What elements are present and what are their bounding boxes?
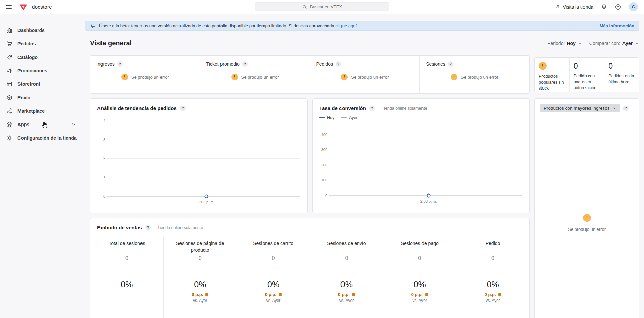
- banner-link[interactable]: clique aquí.: [335, 23, 358, 28]
- account-name: docstore: [32, 4, 52, 10]
- data-point[interactable]: [427, 194, 431, 198]
- box-icon: [6, 94, 13, 101]
- warning-icon: !: [341, 74, 348, 80]
- trend-dot-icon: [498, 293, 501, 296]
- kpi-title: Ticket promedio: [206, 61, 240, 67]
- megaphone-icon: [6, 67, 13, 74]
- sidebar: Dashboards Pedidos Catálogo Promociones …: [0, 14, 83, 318]
- orders-trend-chart-card: Análisis de tendencia de pedidos ? 4 3 2…: [90, 98, 308, 213]
- compare-select[interactable]: Comparar con: Ayer: [589, 41, 639, 46]
- sidebar-item-pedidos[interactable]: Pedidos: [0, 37, 83, 50]
- sidebar-item-catalogo[interactable]: Catálogo: [0, 50, 83, 64]
- cart-icon: [6, 40, 13, 47]
- search-placeholder: Buscar en VTEX: [310, 4, 342, 9]
- bar-chart-icon: [6, 27, 13, 34]
- stat-value: 0: [608, 62, 635, 70]
- legend-hoy: Hoy: [319, 115, 334, 120]
- help-icon[interactable]: ?: [448, 61, 453, 67]
- help-icon[interactable]: ?: [369, 106, 375, 111]
- kpi-ingresos: Ingresos ? !Se produjo un error: [90, 56, 200, 93]
- warning-icon: !: [121, 74, 128, 80]
- funnel-col-pago: Sesiones de pago 0 0% 0 p.p. vs. Ayer: [383, 237, 456, 318]
- search-input[interactable]: Buscar en VTEX: [255, 2, 389, 11]
- layout-icon: [6, 81, 13, 87]
- error-text: Se produjo un error: [131, 75, 169, 80]
- top-products-select[interactable]: Productos con mayores ingresos: [540, 104, 620, 112]
- help-icon[interactable]: ?: [623, 106, 629, 111]
- menu-icon[interactable]: [6, 5, 12, 9]
- error-text: Se produjo un error: [568, 227, 606, 232]
- trend-dot-icon: [425, 293, 428, 296]
- funnel-col-pagina-producto: Sesiones de página de producto 0 0% 0 p.…: [164, 237, 237, 318]
- warning-icon: !: [231, 74, 238, 80]
- help-icon[interactable]: ?: [615, 4, 621, 10]
- chart-title: Tasa de conversión: [319, 105, 366, 111]
- help-icon[interactable]: ?: [180, 106, 186, 111]
- error-text: Se produjo un error: [461, 75, 498, 80]
- sidebar-item-envio[interactable]: Envío: [0, 91, 83, 104]
- share-nodes-icon: [6, 108, 13, 114]
- search-icon: [302, 4, 307, 10]
- kpi-title: Pedidos: [316, 61, 333, 67]
- stat-productos-sin-stock: ! Productos populares sin stock: [535, 58, 570, 92]
- sidebar-item-storefront[interactable]: Storefront: [0, 77, 83, 91]
- gear-icon: [6, 135, 13, 141]
- warning-icon: !: [539, 62, 547, 70]
- data-point[interactable]: [205, 195, 208, 198]
- stat-pedidos-ultima-hora: 0 Pedidos en la última hora: [604, 58, 639, 92]
- conversion-rate-plot: 400 300 200 100 0 2:03 p. m.: [319, 135, 522, 195]
- orders-trend-plot: 4 3 2 1 0 2:03 p. m.: [97, 121, 300, 196]
- trend-dot-icon: [279, 293, 282, 296]
- visit-store-button[interactable]: Visita la tienda: [555, 4, 593, 10]
- avatar[interactable]: G: [629, 2, 638, 11]
- warning-icon: !: [583, 214, 591, 222]
- funnel-col-total-sesiones: Total de sesiones 0 0%: [90, 237, 164, 318]
- panel-error: ! Se produjo un error: [540, 214, 634, 232]
- error-text: Se produjo un error: [351, 75, 389, 80]
- kpi-sesiones: Sesiones ? !Se produjo un error: [420, 56, 529, 93]
- bell-icon: [90, 23, 96, 29]
- sidebar-item-dashboards[interactable]: Dashboards: [0, 24, 83, 37]
- stat-label: Pedidos en la última hora: [608, 73, 635, 85]
- funnel-col-pedido: Pedido 0 0% 0 p.p. vs. Ayer: [456, 237, 529, 318]
- help-icon[interactable]: ?: [145, 225, 151, 231]
- kpi-title: Ingresos: [96, 61, 115, 67]
- layers-icon: [6, 121, 13, 128]
- arrow-up-right-icon: [555, 4, 560, 9]
- x-axis-label: 2:03 p. m.: [420, 199, 437, 203]
- tag-icon: [6, 54, 13, 61]
- help-icon[interactable]: ?: [117, 61, 123, 67]
- stat-value: 0: [574, 62, 600, 70]
- topbar: docstore Buscar en VTEX Visita la tienda…: [0, 0, 644, 14]
- funnel-title: Embudo de ventas: [97, 225, 142, 231]
- quick-stats-card: ! Productos populares sin stock 0 Pedido…: [534, 57, 639, 92]
- help-icon[interactable]: ?: [336, 61, 341, 67]
- funnel-subtitle: Tienda online solamente: [157, 225, 203, 230]
- main-content: Únete a la beta: tenemos una versión act…: [83, 14, 644, 318]
- page-title: Vista general: [90, 39, 132, 47]
- sidebar-item-apps[interactable]: Apps: [0, 118, 83, 131]
- sidebar-item-marketplace[interactable]: Marketplace: [0, 104, 83, 118]
- chevron-down-icon: [635, 41, 639, 46]
- sales-funnel-card: Embudo de ventas ? Tienda online solamen…: [90, 218, 530, 318]
- period-select[interactable]: Periodo: Hoy: [547, 41, 582, 46]
- chevron-down-icon: [612, 106, 617, 111]
- chart-title: Análisis de tendencia de pedidos: [97, 105, 177, 111]
- chart-legend: Hoy Ayer: [319, 115, 522, 120]
- error-text: Se produjo un error: [241, 75, 279, 80]
- banner-message: Únete a la beta: tenemos una versión act…: [99, 23, 358, 28]
- stat-pagos-autorizacion: 0 Pedido con pagos en autorización: [570, 58, 605, 92]
- sidebar-item-configuracion[interactable]: Configuración de la tienda: [0, 131, 83, 145]
- chevron-down-icon: [70, 122, 77, 127]
- chart-subtitle: Tienda online solamente: [381, 106, 427, 111]
- warning-icon: !: [451, 74, 457, 80]
- kpi-ticket-promedio: Ticket promedio ? !Se produjo un error: [200, 56, 310, 93]
- sidebar-item-promociones[interactable]: Promociones: [0, 64, 83, 77]
- more-info-link[interactable]: Más información: [600, 23, 634, 28]
- stat-label: Pedido con pagos en autorización: [574, 73, 600, 91]
- kpi-card-group: Ingresos ? !Se produjo un error Ticket p…: [90, 55, 530, 94]
- vtex-logo-icon[interactable]: [19, 3, 27, 11]
- help-icon[interactable]: ?: [242, 61, 248, 67]
- trend-dot-icon: [352, 293, 355, 296]
- notifications-bell-icon[interactable]: [601, 4, 607, 10]
